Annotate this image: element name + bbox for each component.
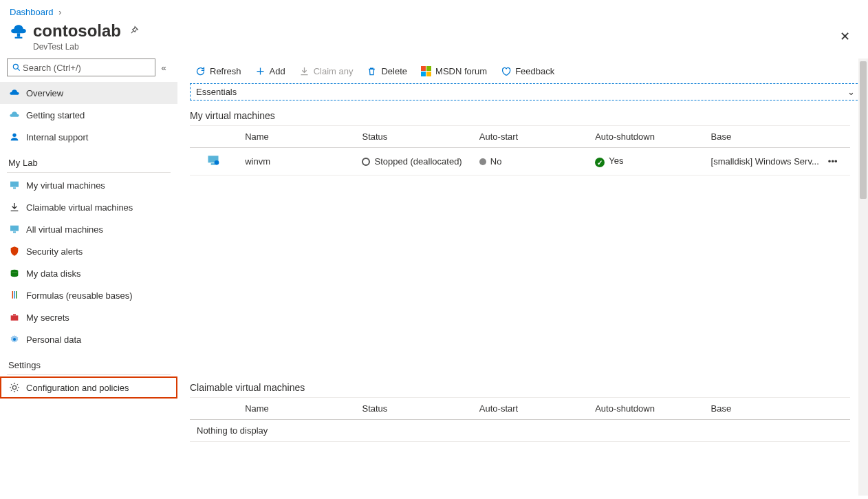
delete-button[interactable]: Delete: [361, 60, 413, 82]
sidebar-item-label: Claimable virtual machines: [26, 202, 133, 213]
chevron-down-icon: ⌄: [847, 87, 855, 97]
sidebar-item-claimable-vms[interactable]: Claimable virtual machines: [0, 196, 177, 218]
svg-rect-12: [16, 291, 17, 299]
empty-row: Nothing to display: [190, 420, 850, 442]
sidebar-item-label: Security alerts: [26, 246, 83, 257]
essentials-panel[interactable]: Essentials ⌄: [190, 83, 861, 100]
close-icon[interactable]: ✕: [840, 29, 850, 44]
page-title: contosolab: [33, 21, 121, 41]
download-icon: [8, 201, 21, 213]
svg-point-9: [11, 270, 19, 273]
sidebar-item-label: Getting started: [26, 110, 85, 120]
sidebar-item-my-data-disks[interactable]: My data disks: [0, 262, 177, 284]
sidebar-item-internal-support[interactable]: Internal support: [0, 126, 177, 148]
sidebar-item-label: All virtual machines: [26, 224, 103, 235]
table-row[interactable]: winvm Stopped (deallocated) No ✓Yes [sma…: [190, 148, 850, 176]
svg-rect-11: [14, 291, 14, 299]
vm-icon: [206, 153, 220, 167]
msdn-forum-button[interactable]: MSDN forum: [415, 60, 492, 82]
svg-rect-6: [13, 187, 16, 189]
svg-rect-8: [13, 231, 16, 233]
microsoft-icon: [421, 66, 431, 76]
sidebar-item-label: My data disks: [26, 268, 80, 279]
section-heading-claimable-vms: Claimable virtual machines: [190, 382, 861, 393]
search-icon: [12, 63, 21, 72]
sidebar-item-label: My virtual machines: [26, 180, 105, 191]
person-icon: [8, 131, 21, 143]
feedback-button[interactable]: Feedback: [495, 60, 560, 82]
column-header-autostart[interactable]: Auto-start: [475, 126, 591, 148]
sidebar-item-label: Personal data: [26, 335, 81, 345]
cell-base: [smalldisk] Windows Serv...: [707, 148, 824, 176]
cell-autostart: No: [475, 148, 591, 176]
column-header-icon: [190, 126, 241, 148]
sidebar-item-getting-started[interactable]: Getting started: [0, 104, 177, 126]
svg-rect-14: [13, 314, 16, 315]
my-vms-table: Name Status Auto-start Auto-shutdown Bas…: [190, 125, 850, 176]
pin-icon[interactable]: [129, 25, 139, 37]
chevron-right-icon: ›: [58, 8, 61, 17]
sidebar-item-personal-data[interactable]: Personal data: [0, 328, 177, 350]
sidebar-divider: [7, 374, 171, 375]
trash-icon: [367, 66, 377, 76]
svg-point-4: [12, 134, 16, 137]
column-header-status[interactable]: Status: [358, 126, 475, 148]
essentials-label: Essentials: [196, 87, 237, 97]
refresh-icon: [195, 66, 206, 76]
sidebar-item-my-secrets[interactable]: My secrets: [0, 306, 177, 328]
sidebar-item-security-alerts[interactable]: Security alerts: [0, 240, 177, 262]
sidebar-item-label: Configuration and policies: [26, 383, 129, 393]
add-button[interactable]: Add: [250, 60, 291, 82]
sidebar-heading-mylab: My Lab: [0, 148, 177, 171]
svg-rect-7: [10, 226, 19, 231]
toolbar: Refresh Add Claim any Delete MSDN forum …: [190, 59, 861, 83]
claimable-vms-table: Name Status Auto-start Auto-shutdown Bas…: [190, 397, 850, 442]
gear-icon: [8, 381, 21, 394]
sidebar-item-overview[interactable]: Overview: [0, 82, 177, 104]
disk-icon: [8, 267, 21, 279]
plus-icon: [255, 66, 265, 76]
column-header-name[interactable]: Name: [241, 126, 358, 148]
svg-point-19: [215, 160, 219, 165]
download-icon: [299, 66, 310, 76]
sidebar-divider: [7, 172, 171, 173]
page-subtitle: DevTest Lab: [0, 42, 868, 59]
breadcrumb-root[interactable]: Dashboard: [10, 7, 54, 17]
column-header-autoshutdown[interactable]: Auto-shutdown: [591, 126, 706, 148]
column-header-base[interactable]: Base: [707, 126, 824, 148]
svg-line-3: [18, 69, 20, 71]
column-header-base[interactable]: Base: [707, 398, 824, 420]
gray-dot-icon: [479, 158, 486, 165]
sidebar-item-configuration-policies[interactable]: Configuration and policies: [0, 376, 177, 399]
column-header-status[interactable]: Status: [358, 398, 475, 420]
column-header-autostart[interactable]: Auto-start: [475, 398, 591, 420]
devtestlab-icon: [10, 22, 28, 40]
svg-point-16: [12, 385, 16, 389]
scrollbar[interactable]: [858, 59, 868, 496]
sidebar-item-formulas[interactable]: Formulas (reusable bases): [0, 284, 177, 306]
refresh-button[interactable]: Refresh: [190, 60, 247, 82]
column-header-autoshutdown[interactable]: Auto-shutdown: [591, 398, 706, 420]
column-header-name[interactable]: Name: [241, 398, 358, 420]
row-more-button[interactable]: •••: [824, 148, 850, 176]
cloud-icon: [8, 109, 21, 121]
sidebar-item-all-vms[interactable]: All virtual machines: [0, 218, 177, 240]
gear-icon: [8, 333, 21, 346]
svg-point-2: [13, 64, 18, 69]
collapse-sidebar-icon[interactable]: «: [155, 63, 172, 73]
check-icon: ✓: [595, 158, 605, 167]
cell-name: winvm: [241, 148, 358, 176]
sidebar-item-label: Overview: [26, 88, 63, 98]
search-input[interactable]: [21, 62, 151, 74]
search-input-wrapper[interactable]: [7, 59, 155, 76]
svg-rect-1: [15, 37, 23, 39]
cloud-icon: [8, 87, 21, 99]
sidebar-heading-settings: Settings: [0, 350, 177, 373]
heart-icon: [501, 66, 511, 76]
svg-rect-13: [11, 315, 19, 320]
claim-any-button: Claim any: [294, 60, 359, 82]
sidebar-item-my-vms[interactable]: My virtual machines: [0, 174, 177, 196]
monitor-icon: [8, 223, 21, 235]
svg-rect-0: [17, 33, 20, 36]
cell-autoshutdown: ✓Yes: [591, 148, 706, 176]
